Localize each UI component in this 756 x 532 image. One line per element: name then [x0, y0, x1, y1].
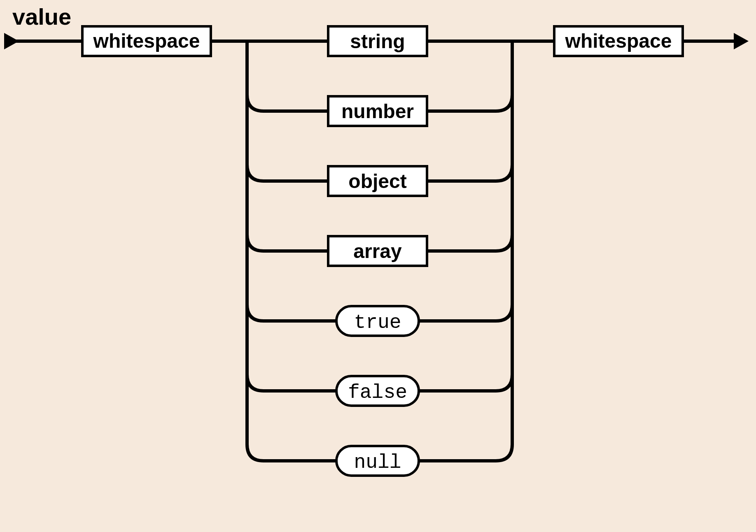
- node-alt-false: false: [247, 374, 512, 406]
- node-label: object: [348, 170, 406, 192]
- node-label: true: [354, 311, 401, 334]
- node-alt-array: array: [247, 235, 512, 266]
- node-label: whitespace: [93, 30, 200, 52]
- node-leading-whitespace: whitespace: [82, 26, 211, 56]
- exit-arrow-icon: [734, 33, 749, 49]
- node-alt-true: true: [247, 304, 512, 336]
- node-label: array: [353, 240, 402, 262]
- diagram-title: value: [12, 4, 71, 30]
- node-alt-string: string: [309, 26, 450, 56]
- node-alt-number: number: [247, 95, 512, 126]
- node-alt-null: null: [309, 446, 450, 476]
- node-alt-object: object: [247, 165, 512, 196]
- alternatives-group: stringnumberobjectarraytruefalsenull: [247, 26, 512, 476]
- railroad-diagram: value whitespace whitespace stringnumber…: [0, 0, 756, 532]
- node-trailing-whitespace: whitespace: [554, 26, 683, 56]
- node-label: string: [350, 30, 405, 52]
- node-label: false: [348, 381, 407, 404]
- node-label: number: [341, 100, 414, 122]
- node-label: whitespace: [565, 30, 672, 52]
- node-label: null: [354, 451, 401, 474]
